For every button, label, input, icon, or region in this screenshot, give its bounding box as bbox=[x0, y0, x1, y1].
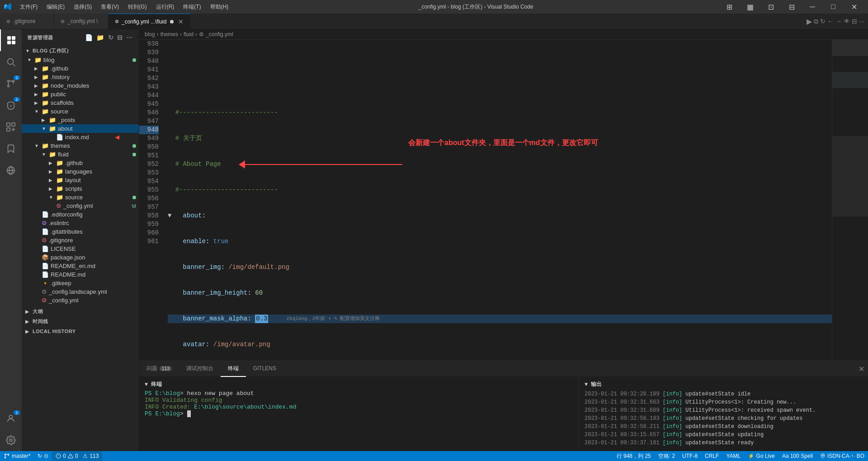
tree-root[interactable]: ▼ BLOG (工作区) bbox=[22, 46, 139, 56]
tree-fluid-github[interactable]: ▶ 📁 .github bbox=[22, 159, 139, 167]
tree-root-config[interactable]: ⚙ _config.yml bbox=[22, 296, 139, 305]
status-position[interactable]: 行 948，列 25 bbox=[613, 451, 655, 461]
activity-remote[interactable] bbox=[0, 160, 22, 181]
activity-extensions[interactable] bbox=[0, 116, 22, 138]
panel-layout-btn[interactable]: ⊟ bbox=[852, 18, 857, 25]
panel-tab-problems[interactable]: 问题 113 bbox=[139, 361, 179, 377]
layout3-btn[interactable]: ⊡ bbox=[760, 0, 781, 14]
sidebar: 资源管理器 📄 📁 ↻ ⊟ ··· ▼ BLOG (工作区) ▼ 📁 blog bbox=[22, 29, 139, 451]
status-spell[interactable]: Aa 100 Spell bbox=[778, 451, 816, 461]
tree-node-modules[interactable]: ▶ 📁 node_modules bbox=[22, 81, 139, 90]
tree-indexmd[interactable]: 📄 index.md ◄ bbox=[22, 133, 139, 141]
status-errors[interactable]: 0 0 ⚠ 113 bbox=[52, 451, 102, 461]
tree-package[interactable]: 📦 package.json bbox=[22, 253, 139, 262]
crumb-blog[interactable]: blog bbox=[145, 31, 155, 38]
tree-fluid-config[interactable]: ⚙ _config.yml M bbox=[22, 202, 139, 210]
menu-select[interactable]: 选择(S) bbox=[69, 1, 96, 13]
close-btn[interactable]: ✕ bbox=[844, 0, 864, 14]
maximize-btn[interactable]: □ bbox=[823, 0, 844, 14]
layout2-btn[interactable]: ▦ bbox=[740, 0, 760, 14]
menu-edit[interactable]: 编辑(E) bbox=[42, 1, 69, 13]
status-extra[interactable]: ISDN·CA·↑· BO bbox=[816, 451, 868, 461]
tab-gitignore[interactable]: ⚙ .gitignore bbox=[0, 14, 54, 29]
tree-fluid-source[interactable]: ▼ 📁 source bbox=[22, 193, 139, 202]
tree-editorconfig[interactable]: 📄 .editorconfig bbox=[22, 210, 139, 219]
preview-btn[interactable]: 👁 bbox=[844, 18, 850, 25]
more-btn[interactable]: ··· bbox=[859, 18, 864, 25]
fwd-btn[interactable]: → bbox=[835, 18, 842, 25]
tab-config2[interactable]: ⚙ _config.yml ...\fluid ✕ bbox=[108, 14, 190, 29]
refresh-tree-btn[interactable]: ↻ bbox=[107, 33, 115, 42]
more-tree-btn[interactable]: ··· bbox=[126, 33, 133, 42]
activity-search[interactable] bbox=[0, 51, 22, 73]
activity-debug[interactable]: 1 bbox=[0, 94, 22, 116]
split-btn[interactable]: ⧉ bbox=[814, 18, 818, 25]
activity-account[interactable]: 1 bbox=[0, 408, 22, 429]
back-btn[interactable]: ← bbox=[827, 18, 834, 25]
new-file-btn[interactable]: 📄 bbox=[84, 33, 94, 42]
tree-languages[interactable]: ▶ 📁 languages bbox=[22, 167, 139, 176]
tree-scaffolds[interactable]: ▶ 📁 scaffolds bbox=[22, 99, 139, 107]
status-line-ending[interactable]: CRLF bbox=[701, 451, 722, 461]
tree-timeline[interactable]: ▶ 时间线 bbox=[22, 316, 139, 326]
status-language[interactable]: YAML bbox=[722, 451, 744, 461]
tab-config1[interactable]: ⚙ _config.yml \ bbox=[54, 14, 108, 29]
crumb-config[interactable]: _config.yml bbox=[206, 31, 233, 38]
themes-name: themes bbox=[51, 142, 70, 149]
tree-gitignore2[interactable]: ⚙ .gitignore bbox=[22, 236, 139, 245]
panel-close-btn[interactable]: ✕ bbox=[859, 365, 864, 373]
tree-readme-en[interactable]: 📄 README_en.md bbox=[22, 262, 139, 270]
tab-close-btn[interactable]: ✕ bbox=[178, 18, 184, 25]
tree-landscape[interactable]: ⚙ _config.landscape.yml bbox=[22, 287, 139, 296]
activity-git[interactable]: 2 bbox=[0, 73, 22, 94]
minimize-btn[interactable]: ─ bbox=[802, 0, 823, 14]
terminal-panel[interactable]: ▼ 终端 PS E:\blog> hexo new page about INF… bbox=[139, 377, 579, 451]
tree-scripts[interactable]: ▶ 📁 scripts bbox=[22, 184, 139, 193]
tree-license[interactable]: 📄 LICENSE bbox=[22, 245, 139, 253]
crumb-fluid[interactable]: fluid bbox=[184, 31, 193, 38]
tree-gitkeep[interactable]: 🔸 .gitkeep bbox=[22, 279, 139, 287]
panel-tab-terminal[interactable]: 终端 bbox=[221, 361, 246, 377]
status-sync[interactable]: ↻ ⊙ bbox=[34, 451, 52, 461]
layout-btn[interactable]: ⊞ bbox=[719, 0, 740, 14]
tree-github[interactable]: ▶ 📁 .github bbox=[22, 64, 139, 73]
tree-public[interactable]: ▶ 📁 public bbox=[22, 90, 139, 99]
tree-outline[interactable]: ▶ 大纲 bbox=[22, 306, 139, 316]
panel-tab-gitlens[interactable]: GITLENS bbox=[246, 361, 283, 377]
status-golive[interactable]: ⚡ Go Live bbox=[744, 451, 778, 461]
tree-blog[interactable]: ▼ 📁 blog bbox=[22, 56, 139, 64]
tree-eslintrc[interactable]: ⚙ .eslintrc bbox=[22, 219, 139, 227]
activity-settings[interactable] bbox=[0, 429, 22, 451]
layout4-btn[interactable]: ⊟ bbox=[781, 0, 802, 14]
menu-goto[interactable]: 转到(G) bbox=[123, 1, 151, 13]
code-content[interactable]: #-------------------------- # 关于页 # Abou… bbox=[164, 40, 832, 361]
activity-explorer[interactable] bbox=[0, 29, 22, 51]
panel-tab-debug[interactable]: 调试控制台 bbox=[179, 361, 221, 377]
menu-help[interactable]: 帮助(H) bbox=[206, 1, 233, 13]
tree-readme[interactable]: 📄 README.md bbox=[22, 270, 139, 279]
tree-layout[interactable]: ▶ 📁 layout bbox=[22, 176, 139, 184]
run-btn[interactable]: ▶ bbox=[807, 17, 812, 26]
tree-gitattributes[interactable]: 📄 .gitattributes bbox=[22, 227, 139, 236]
status-spaces[interactable]: 空格: 2 bbox=[655, 451, 679, 461]
status-encoding[interactable]: UTF-8 bbox=[679, 451, 701, 461]
status-branch[interactable]: master* bbox=[0, 451, 34, 461]
tree-about[interactable]: ▼ 📁 about bbox=[22, 124, 139, 133]
tree-themes[interactable]: ▼ 📁 themes bbox=[22, 141, 139, 150]
tree-local-history[interactable]: ▶ LOCAL HISTORY bbox=[22, 326, 139, 336]
output-panel[interactable]: ▼ 输出 2023-01-21 09:32:28.189 [info] upda… bbox=[579, 377, 868, 451]
menu-terminal[interactable]: 终端(T) bbox=[179, 1, 205, 13]
collapse-tree-btn[interactable]: ⊟ bbox=[116, 33, 124, 42]
refresh-btn[interactable]: ↻ bbox=[820, 18, 826, 25]
new-folder-btn[interactable]: 📁 bbox=[95, 33, 105, 42]
menu-run[interactable]: 运行(R) bbox=[151, 1, 179, 13]
activity-bookmark[interactable] bbox=[0, 138, 22, 160]
crumb-themes[interactable]: themes bbox=[160, 31, 178, 38]
tree-history[interactable]: ▶ 📁 .history bbox=[22, 73, 139, 81]
code-editor[interactable]: 938 939 940 941 942 943 944 945 946 947 … bbox=[139, 40, 868, 361]
tree-fluid[interactable]: ▼ 📁 fluid bbox=[22, 150, 139, 159]
tree-posts[interactable]: ▶ 📁 _posts bbox=[22, 116, 139, 124]
tree-source[interactable]: ▼ 📁 source bbox=[22, 107, 139, 116]
menu-file[interactable]: 文件(F) bbox=[15, 1, 42, 13]
menu-view[interactable]: 查看(V) bbox=[96, 1, 123, 13]
